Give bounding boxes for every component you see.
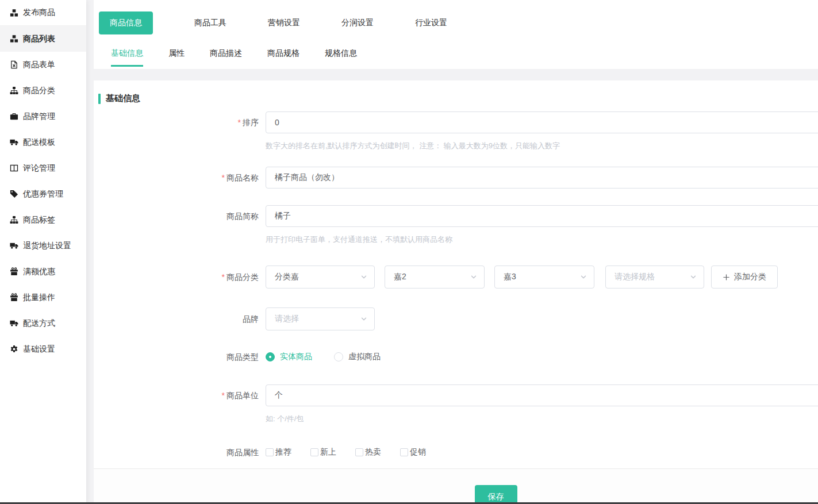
add-category-label: 添加分类 xyxy=(734,272,766,282)
sort-label: 排序 xyxy=(98,111,266,151)
tab-product-tools[interactable]: 商品工具 xyxy=(194,18,226,28)
sidebar-item-return-address-settings[interactable]: 退货地址设置 xyxy=(0,233,86,259)
sidebar: 发布商品 商品列表 商品表单 商品分类 品牌管理 配送模板 评论管理 优惠券管 xyxy=(0,0,86,504)
sidebar-item-shipping-template[interactable]: 配送模板 xyxy=(0,129,86,155)
section-accent-bar xyxy=(98,94,101,104)
category-label: 商品分类 xyxy=(98,266,266,288)
truck-icon xyxy=(10,138,18,147)
tab-profit-settings[interactable]: 分润设置 xyxy=(341,18,374,28)
category-select-level3[interactable]: 嘉3 xyxy=(494,266,594,288)
sidebar-item-label: 商品列表 xyxy=(23,34,55,44)
spec-select[interactable]: 请选择规格 xyxy=(605,266,704,288)
sidebar-item-full-amount-discount[interactable]: 满额优惠 xyxy=(0,259,86,284)
truck-icon xyxy=(10,241,18,250)
sidebar-item-coupon-management[interactable]: 优惠券管理 xyxy=(0,181,86,207)
product-type-label: 商品类型 xyxy=(98,351,266,363)
short-name-row: 商品简称 用于打印电子面单，支付通道推送，不填默认用商品名称 xyxy=(98,205,818,245)
checkbox-promotion[interactable]: 促销 xyxy=(400,447,426,457)
sidebar-item-label: 评论管理 xyxy=(23,163,55,174)
chevron-down-icon xyxy=(360,316,367,322)
sidebar-item-basic-settings[interactable]: 基础设置 xyxy=(0,336,86,362)
sidebar-item-brand-management[interactable]: 品牌管理 xyxy=(0,103,86,129)
category-select-value: 分类嘉 xyxy=(275,272,299,282)
sidebar-item-label: 商品标签 xyxy=(23,215,55,225)
subtab-spec-info[interactable]: 规格信息 xyxy=(325,48,357,67)
main-tabs: 商品信息 商品工具 营销设置 分润设置 行业设置 xyxy=(99,11,818,34)
checkbox-new[interactable]: 新上 xyxy=(310,447,336,457)
sort-help-text: 数字大的排名在前,默认排序方式为创建时间， 注意： 输入最大数为9位数，只能输入… xyxy=(266,141,818,151)
sidebar-item-comment-management[interactable]: 评论管理 xyxy=(0,155,86,181)
tab-product-info[interactable]: 商品信息 xyxy=(99,11,153,34)
brand-select[interactable]: 请选择 xyxy=(266,307,375,330)
section-title: 基础信息 xyxy=(106,93,140,104)
sidebar-item-product-tags[interactable]: 商品标签 xyxy=(0,207,86,233)
short-name-input[interactable] xyxy=(266,205,818,227)
subtab-attributes[interactable]: 属性 xyxy=(168,48,185,67)
product-attrs-row: 商品属性 推荐 新上 热卖 xyxy=(98,447,818,458)
checkbox-icon xyxy=(266,448,274,456)
add-category-button[interactable]: 添加分类 xyxy=(711,266,778,288)
gift-icon xyxy=(10,293,18,302)
save-button[interactable]: 保存 xyxy=(475,485,517,504)
spec-select-placeholder: 请选择规格 xyxy=(615,272,655,282)
columns-icon xyxy=(10,164,18,172)
product-type-row: 商品类型 实体商品 虚拟商品 xyxy=(98,351,818,363)
category-select-level1[interactable]: 分类嘉 xyxy=(266,266,375,288)
sidebar-item-label: 退货地址设置 xyxy=(23,241,71,251)
truck-icon xyxy=(10,319,18,328)
category-row: 商品分类 分类嘉 嘉2 嘉3 xyxy=(98,266,818,288)
sidebar-item-product-form[interactable]: 商品表单 xyxy=(0,52,86,78)
category-select-level2[interactable]: 嘉2 xyxy=(385,266,485,288)
sidebar-item-product-list[interactable]: 商品列表 xyxy=(0,26,86,52)
radio-virtual-product[interactable]: 虚拟商品 xyxy=(334,352,381,362)
product-name-row: 商品名称 xyxy=(98,167,818,188)
brand-select-placeholder: 请选择 xyxy=(275,314,299,324)
checkbox-icon xyxy=(310,448,318,456)
checkbox-icon xyxy=(400,448,408,456)
unit-label: 商品单位 xyxy=(98,384,266,424)
main-content: 商品信息 商品工具 营销设置 分润设置 行业设置 基础信息 属性 商品描述 商品… xyxy=(94,0,818,504)
sidebar-item-publish-product[interactable]: 发布商品 xyxy=(0,0,86,26)
product-attrs-checkbox-group: 推荐 新上 热卖 促销 xyxy=(266,447,818,458)
checkbox-hot-sale[interactable]: 热卖 xyxy=(355,447,381,457)
brand-row: 品牌 请选择 xyxy=(98,307,818,330)
radio-unselected-icon xyxy=(334,352,343,361)
section-header: 基础信息 xyxy=(98,93,818,104)
sidebar-item-batch-operation[interactable]: 批量操作 xyxy=(0,284,86,310)
category-select-value: 嘉2 xyxy=(394,272,406,282)
sidebar-item-label: 优惠券管理 xyxy=(23,189,63,199)
sidebar-item-label: 发布商品 xyxy=(23,7,55,18)
sitemap-icon xyxy=(10,86,18,95)
sidebar-item-product-category[interactable]: 商品分类 xyxy=(0,78,86,103)
tag-icon xyxy=(10,190,18,198)
sidebar-item-label: 基础设置 xyxy=(23,344,55,355)
form-footer: 保存 xyxy=(94,468,818,504)
subtab-product-specs[interactable]: 商品规格 xyxy=(267,48,299,67)
chevron-down-icon xyxy=(360,274,367,280)
subtab-basic-info[interactable]: 基础信息 xyxy=(111,48,143,67)
file-excel-icon xyxy=(10,60,18,69)
checkbox-label: 促销 xyxy=(410,447,426,457)
checkbox-recommended[interactable]: 推荐 xyxy=(266,447,291,457)
sub-tabs: 基础信息 属性 商品描述 商品规格 规格信息 xyxy=(99,48,818,67)
tab-industry-settings[interactable]: 行业设置 xyxy=(415,18,447,28)
cubes-icon xyxy=(10,9,18,17)
sidebar-item-shipping-method[interactable]: 配送方式 xyxy=(0,310,86,336)
sidebar-item-label: 配送方式 xyxy=(23,318,55,329)
sort-input[interactable] xyxy=(266,111,818,133)
short-name-label: 商品简称 xyxy=(98,205,266,245)
radio-physical-product[interactable]: 实体商品 xyxy=(266,352,312,362)
sidebar-item-label: 商品分类 xyxy=(23,86,55,96)
subtab-product-description[interactable]: 商品描述 xyxy=(210,48,242,67)
tab-marketing-settings[interactable]: 营销设置 xyxy=(268,18,300,28)
unit-row: 商品单位 如: 个/件/包 xyxy=(98,384,818,424)
briefcase-icon xyxy=(10,112,18,121)
sidebar-item-label: 批量操作 xyxy=(23,293,55,303)
unit-input[interactable] xyxy=(266,384,818,406)
product-name-input[interactable] xyxy=(266,167,818,188)
basic-info-form-card: 基础信息 排序 数字大的排名在前,默认排序方式为创建时间， 注意： 输入最大数为… xyxy=(94,80,818,468)
sidebar-item-label: 商品表单 xyxy=(23,60,55,70)
product-type-radio-group: 实体商品 虚拟商品 xyxy=(266,351,818,363)
checkbox-label: 推荐 xyxy=(275,447,291,457)
checkbox-label: 热卖 xyxy=(365,447,381,457)
